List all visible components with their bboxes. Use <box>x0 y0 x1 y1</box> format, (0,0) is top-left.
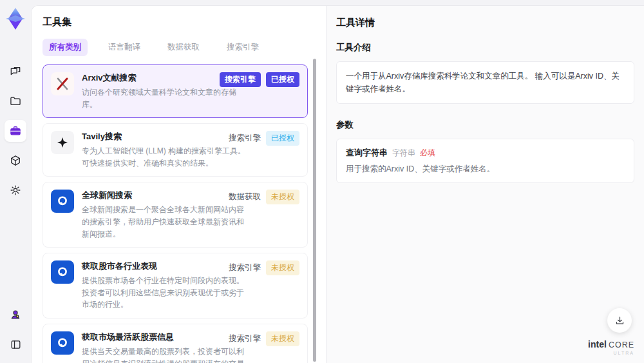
brand-core: core <box>609 340 634 349</box>
intel-core-logo: intelcore ULTRA <box>588 340 634 356</box>
category-label: 搜索引擎 <box>229 133 261 144</box>
rail-item-packages[interactable] <box>5 150 26 172</box>
category-label: 搜索引擎 <box>229 333 261 344</box>
tool-desc: 提供当天交易量最高的股票列表，投资者可以利用这些信息来识别流动性强的股票和潜在的… <box>82 346 251 363</box>
detail-title: 工具详情 <box>336 17 634 29</box>
rail-item-settings[interactable] <box>5 179 26 201</box>
brand-intel: intel <box>588 339 607 349</box>
folder-icon <box>9 95 22 108</box>
tab-data-fetch[interactable]: 数据获取 <box>161 39 206 56</box>
briefcase-icon <box>9 124 22 137</box>
news-q-logo-icon <box>51 260 74 284</box>
download-button[interactable] <box>607 308 632 333</box>
status-badge: 已授权 <box>266 72 299 87</box>
brand-sub: ULTRA <box>588 351 634 356</box>
rail-item-chat[interactable] <box>5 61 26 83</box>
news-q-logo-icon <box>51 331 74 355</box>
param-card: 查询字符串 字符串 必填 用于搜索的Arxiv ID、关键字或作者姓名。 <box>336 139 634 183</box>
tool-desc: 全球新闻搜索是一个聚合全球各大新闻网站内容的搜索引擎，帮助用户快速获取全球最新资… <box>82 204 251 240</box>
tab-language-translation[interactable]: 语言翻译 <box>102 39 147 56</box>
status-badge: 未授权 <box>266 331 299 346</box>
rail-item-toolbox[interactable] <box>5 120 26 142</box>
tool-name: Tavily搜索 <box>82 131 251 142</box>
tab-search-engine[interactable]: 搜索引擎 <box>220 39 265 56</box>
person-icon <box>10 309 21 320</box>
tool-card-tavily[interactable]: Tavily搜索 专为人工智能代理 (LLM) 构建的搜索引擎工具。可快速提供实… <box>43 123 308 177</box>
app-logo-icon <box>5 6 26 31</box>
download-icon <box>614 315 625 326</box>
tool-card-list: Arxiv文献搜索 访问各个研究领域大量科学论文和文章的存储库。 搜索引擎 已授… <box>43 64 308 363</box>
tool-desc: 访问各个研究领域大量科学论文和文章的存储库。 <box>82 86 251 110</box>
param-required-badge: 必填 <box>420 148 435 159</box>
panel-left-icon <box>10 338 22 351</box>
category-label: 数据获取 <box>229 191 261 202</box>
tool-detail-panel: 工具详情 工具介绍 一个用于从Arxiv存储库搜索科学论文和文章的工具。 输入可… <box>327 6 644 363</box>
arxiv-logo-icon <box>51 72 74 95</box>
tool-card-most-active-stocks[interactable]: 获取市场最活跃股票信息 提供当天交易量最高的股票列表，投资者可以利用这些信息来识… <box>43 324 308 363</box>
news-q-logo-icon <box>51 190 74 213</box>
category-tabs: 所有类别 语言翻译 数据获取 搜索引擎 <box>43 39 310 56</box>
status-badge: 已授权 <box>266 131 299 146</box>
rail-item-folder[interactable] <box>5 90 26 112</box>
tool-card-sector-performance[interactable]: 获取股市各行业表现 提供股票市场各个行业在特定时间段内的表现。投资者可以利用这些… <box>43 253 308 319</box>
tool-card-arxiv[interactable]: Arxiv文献搜索 访问各个研究领域大量科学论文和文章的存储库。 搜索引擎 已授… <box>43 64 308 118</box>
tool-name: 获取市场最活跃股票信息 <box>82 331 251 343</box>
four-point-star-icon <box>51 131 74 154</box>
cube-icon <box>9 154 22 167</box>
tab-all-categories[interactable]: 所有类别 <box>43 39 88 56</box>
status-badge: 未授权 <box>266 260 299 275</box>
left-rail <box>0 0 31 363</box>
tool-card-global-news[interactable]: 全球新闻搜索 全球新闻搜索是一个聚合全球各大新闻网站内容的搜索引擎，帮助用户快速… <box>43 182 308 248</box>
gear-icon <box>9 184 22 197</box>
params-heading: 参数 <box>336 119 634 131</box>
intro-card: 一个用于从Arxiv存储库搜索科学论文和文章的工具。 输入可以是Arxiv ID… <box>336 61 634 104</box>
intro-heading: 工具介绍 <box>336 42 634 54</box>
param-name: 查询字符串 <box>346 147 388 159</box>
chat-icon <box>9 65 22 78</box>
tool-desc: 提供股票市场各个行业在特定时间段内的表现。投资者可以利用这些信息来识别表现优于或… <box>82 275 251 311</box>
collapse-sidebar-button[interactable] <box>5 333 26 355</box>
category-label: 搜索引擎 <box>229 262 261 273</box>
page-title: 工具集 <box>43 16 310 28</box>
user-avatar[interactable] <box>5 304 26 326</box>
main-content: 工具集 所有类别 语言翻译 数据获取 搜索引擎 Arxiv文献搜索 访问各个研究… <box>31 5 644 363</box>
tool-name: 全球新闻搜索 <box>82 190 251 201</box>
list-scrollbar[interactable] <box>313 59 316 362</box>
tool-list-panel: 工具集 所有类别 语言翻译 数据获取 搜索引擎 Arxiv文献搜索 访问各个研究… <box>32 6 326 363</box>
tool-name: 获取股市各行业表现 <box>82 260 251 272</box>
status-badge: 未授权 <box>266 190 299 204</box>
param-type: 字符串 <box>392 148 415 159</box>
param-desc: 用于搜索的Arxiv ID、关键字或作者姓名。 <box>346 164 625 175</box>
tool-desc: 专为人工智能代理 (LLM) 构建的搜索引擎工具。可快速提供实时、准确和真实的结… <box>82 145 251 169</box>
intro-text: 一个用于从Arxiv存储库搜索科学论文和文章的工具。 输入可以是Arxiv ID… <box>346 70 625 95</box>
category-badge: 搜索引擎 <box>220 72 261 87</box>
